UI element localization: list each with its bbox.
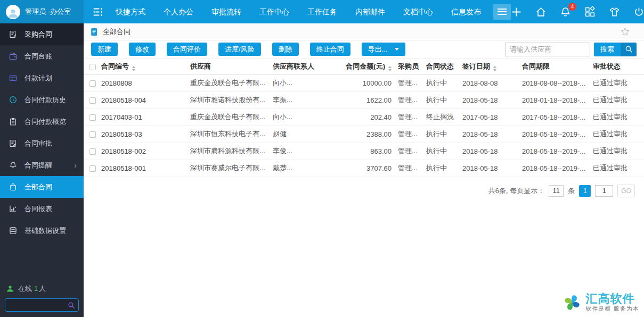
topbar-icons: 4 — [511, 6, 644, 18]
user-area[interactable]: 管理员 -办公室 — [0, 0, 84, 23]
cell-supplier: 重庆金茂联合电子有限... — [190, 74, 273, 91]
sidebar-item-contract-reminder[interactable]: 合同提醒› — [0, 154, 84, 176]
cell-purchaser: 管理... — [398, 143, 426, 160]
sidebar-item-contract-payment-overview[interactable]: 合同付款概览 — [0, 111, 84, 132]
row-checkbox[interactable] — [89, 131, 96, 138]
sort-icon[interactable] — [388, 66, 392, 71]
search-button[interactable]: 搜索 — [594, 43, 637, 56]
sidebar-item-label: 合同付款概览 — [25, 117, 66, 127]
nav-item-personal-office[interactable]: 个人办公 — [154, 0, 202, 23]
column-header-contract-no[interactable]: 合同编号 — [101, 59, 190, 74]
shirt-icon[interactable] — [609, 6, 620, 18]
modify-button[interactable]: 修改 — [129, 43, 156, 56]
nav-item-document-center[interactable]: 文档中心 — [394, 0, 442, 23]
cell-amount: 863.00 — [338, 143, 398, 160]
cell-purchaser: 管理... — [398, 160, 426, 177]
sidebar-item-base-data-settings[interactable]: 基础数据设置 — [0, 220, 84, 241]
select-all-checkbox[interactable] — [89, 64, 96, 70]
new-button[interactable]: 新建 — [91, 43, 118, 56]
main-content: 全部合同 新建修改合同评价进度/风险删除终止合同 导出... 搜索 合同编号供应… — [84, 23, 644, 317]
search-icon[interactable] — [68, 302, 75, 309]
row-checkbox[interactable] — [89, 80, 96, 87]
row-checkbox[interactable] — [89, 148, 96, 155]
sidebar-search-input[interactable] — [5, 302, 68, 309]
nav-item-work-tasks[interactable]: 工作任务 — [298, 0, 346, 23]
favorite-star-icon[interactable] — [621, 27, 630, 36]
sort-icon[interactable] — [493, 66, 496, 71]
cell-contract-status: 执行中 — [426, 126, 462, 143]
table-row[interactable]: 20180518-004深圳市雅诺科技股份有...李振...1622.00管理.… — [84, 91, 644, 109]
online-suffix: 人 — [39, 285, 46, 293]
cell-contract-status: 执行中 — [426, 143, 462, 160]
table-row[interactable]: 20180518-001深圳市赛威尔电子有限...戴楚...3707.60管理.… — [84, 160, 644, 177]
bell-icon — [9, 161, 18, 169]
sidebar-item-purchase-contract[interactable]: 采购合同 — [0, 23, 84, 45]
menu-collapse-icon[interactable] — [92, 7, 103, 16]
cell-amount: 3707.60 — [338, 160, 398, 177]
sidebar-item-payment-plan[interactable]: 付款计划 — [0, 67, 84, 89]
breadcrumb: 全部合同 — [84, 23, 644, 40]
sidebar-item-all-contracts[interactable]: 全部合同 — [0, 176, 84, 198]
database-icon — [9, 227, 18, 235]
page-size-input[interactable] — [549, 185, 564, 197]
cell-purchaser: 管理... — [398, 126, 426, 143]
nav-item-quick-access[interactable]: 快捷方式 — [107, 0, 154, 23]
cell-sign-date: 2018-05-18 — [462, 126, 522, 143]
current-page-button[interactable]: 1 — [579, 185, 591, 197]
table-row[interactable]: 20170403-01重庆金茂联合电子有限...向小...202.40管理...… — [84, 109, 644, 126]
row-checkbox[interactable] — [89, 114, 96, 121]
hamburger-button[interactable] — [493, 4, 511, 20]
cell-approval-status: 已通过审批 — [593, 74, 644, 91]
row-checkbox[interactable] — [89, 165, 96, 172]
contract-evaluate-button[interactable]: 合同评价 — [167, 43, 207, 56]
sidebar-item-label: 付款计划 — [25, 73, 52, 83]
sidebar-item-contract-report[interactable]: 合同报表 — [0, 198, 84, 220]
column-header-contract-period: 合同期限 — [522, 59, 593, 74]
table-row[interactable]: 20180518-03深圳市恒东科技电子有...赵健2388.00管理...执行… — [84, 126, 644, 143]
table-row[interactable]: 20180518-002深圳市腾科源科技有限...李俊...863.00管理..… — [84, 143, 644, 160]
supplier-search-input[interactable] — [505, 43, 590, 56]
topbar: 管理员 -办公室 快捷方式个人办公审批流转工作中心工作任务内部邮件文档中心信息发… — [0, 0, 644, 23]
progress-risk-button[interactable]: 进度/风险 — [218, 43, 261, 56]
delete-button[interactable]: 删除 — [272, 43, 299, 56]
cell-supplier-contact: 戴楚... — [273, 160, 338, 177]
sort-icon[interactable] — [132, 66, 135, 71]
table-row[interactable]: 20180808重庆金茂联合电子有限...向小...10000.00管理...执… — [84, 74, 644, 91]
nav-item-internal-mail[interactable]: 内部邮件 — [346, 0, 394, 23]
cell-supplier-contact: 向小... — [273, 74, 338, 91]
export-button[interactable]: 导出... — [362, 43, 406, 56]
nav-item-info-publish[interactable]: 信息发布 — [442, 0, 490, 23]
top-nav: 快捷方式个人办公审批流转工作中心工作任务内部邮件文档中心信息发布 — [107, 0, 490, 23]
column-header-sign-date[interactable]: 签订日期 — [462, 59, 522, 74]
sidebar-item-contract-payment-history[interactable]: 合同付款历史 — [0, 89, 84, 111]
cell-contract-no: 20180518-002 — [101, 143, 190, 160]
goto-page-input[interactable] — [595, 185, 613, 197]
cell-contract-no: 20180518-001 — [101, 160, 190, 177]
home-icon[interactable] — [535, 6, 547, 18]
topbar-main: 快捷方式个人办公审批流转工作中心工作任务内部邮件文档中心信息发布 4 — [84, 0, 644, 23]
cell-contract-period: 2018-05-18--2019-... — [522, 143, 593, 160]
go-button[interactable]: GO — [617, 185, 635, 197]
cell-approval-status: 已通过审批 — [593, 160, 644, 177]
column-header-amount[interactable]: 合同金额(元) — [338, 59, 398, 74]
apps-icon[interactable] — [584, 6, 596, 18]
sidebar-item-contract-approval[interactable]: 合同审批 — [0, 132, 84, 154]
pinwheel-logo-icon — [561, 291, 583, 314]
vendor-name: 汇高软件 — [586, 293, 639, 305]
nav-item-approval-flow[interactable]: 审批流转 — [202, 0, 250, 23]
sidebar-item-contract-ledger[interactable]: 合同台账 — [0, 45, 84, 67]
column-header-purchaser: 采购员 — [398, 59, 426, 74]
plus-icon[interactable] — [511, 6, 522, 18]
cell-contract-period: 2017-05-18--2018-... — [522, 109, 593, 126]
cell-sign-date: 2017-05-18 — [462, 109, 522, 126]
pagination: 共6条, 每页显示： 条 1 GO — [84, 185, 644, 197]
cell-contract-status: 执行中 — [426, 160, 462, 177]
chevron-down-icon — [395, 48, 399, 51]
user-name: 管理员 -办公室 — [25, 7, 71, 16]
cell-approval-status: 已通过审批 — [593, 109, 644, 126]
terminate-contract-button[interactable]: 终止合同 — [310, 43, 350, 56]
nav-item-work-center[interactable]: 工作中心 — [250, 0, 298, 23]
power-icon[interactable] — [633, 6, 644, 18]
bell-icon[interactable]: 4 — [560, 6, 571, 18]
row-checkbox[interactable] — [89, 97, 96, 104]
